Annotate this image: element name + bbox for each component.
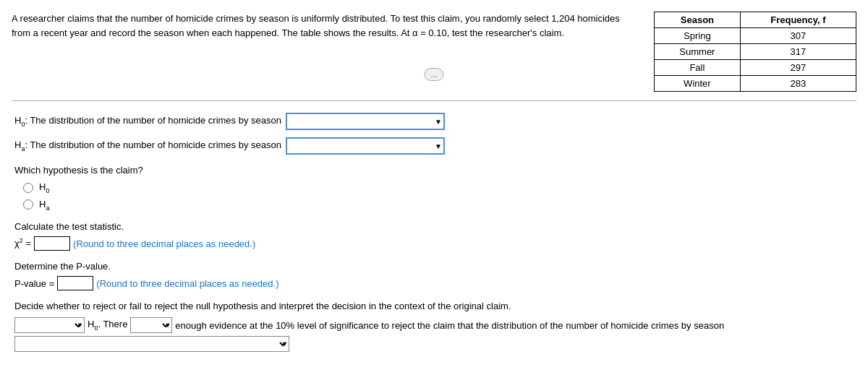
col1-header: Season bbox=[655, 12, 741, 28]
ha-dropdown[interactable]: is uniform is not uniform bbox=[286, 137, 445, 155]
col2-header: Frequency, f bbox=[740, 12, 856, 28]
pvalue-prefix: P-value = bbox=[14, 278, 54, 289]
final-select-wrapper[interactable]: is uniform is not uniform bbox=[14, 336, 289, 352]
pvalue-hint: (Round to three decimal places as needed… bbox=[96, 278, 278, 289]
h0-dropdown[interactable]: is uniform is not uniform bbox=[286, 113, 445, 130]
reject-dropdown[interactable]: Reject Fail to reject bbox=[14, 317, 85, 333]
h0-radio-input[interactable] bbox=[23, 183, 33, 193]
table-row: Fall297 bbox=[655, 60, 856, 76]
pvalue-input[interactable] bbox=[57, 276, 93, 290]
reject-select-wrapper[interactable]: Reject Fail to reject bbox=[14, 317, 85, 333]
chi-prefix: χ2 = bbox=[14, 237, 31, 249]
table-row: Winter283 bbox=[655, 76, 856, 92]
chi-row: χ2 = (Round to three decimal places as n… bbox=[14, 236, 854, 251]
season-cell: Winter bbox=[655, 76, 741, 92]
frequency-cell: 317 bbox=[740, 44, 856, 60]
expand-button[interactable]: ... bbox=[424, 68, 443, 81]
there-select-wrapper[interactable]: is is not bbox=[130, 317, 172, 333]
pvalue-row: P-value = (Round to three decimal places… bbox=[14, 276, 854, 290]
frequency-cell: 283 bbox=[740, 76, 856, 92]
h0-select-wrapper[interactable]: is uniform is not uniform bbox=[286, 113, 445, 130]
decide-label: Decide whether to reject or fail to reje… bbox=[14, 301, 854, 311]
problem-text: A researcher claims that the number of h… bbox=[12, 12, 637, 92]
ha-label: Ha: The distribution of the number of ho… bbox=[14, 139, 281, 152]
enough-text: enough evidence at the 10% level of sign… bbox=[175, 320, 724, 331]
decide-row: Reject Fail to reject H0. There is is no… bbox=[14, 317, 854, 352]
there-dropdown[interactable]: is is not bbox=[130, 317, 172, 333]
ha-select-wrapper[interactable]: is uniform is not uniform bbox=[286, 137, 445, 155]
pvalue-section-label: Determine the P-value. bbox=[14, 261, 854, 272]
h0-label: H0: The distribution of the number of ho… bbox=[14, 115, 281, 128]
table-row: Spring307 bbox=[655, 28, 856, 44]
decide-section: Decide whether to reject or fail to reje… bbox=[14, 301, 854, 352]
season-cell: Fall bbox=[655, 60, 741, 76]
data-table: Season Frequency, f Spring307Summer317Fa… bbox=[654, 12, 856, 92]
section-divider bbox=[12, 100, 856, 101]
radio-group: H0 Ha bbox=[23, 181, 854, 211]
final-dropdown[interactable]: is uniform is not uniform bbox=[14, 336, 289, 352]
season-cell: Spring bbox=[655, 28, 741, 44]
ha-radio-row: Ha bbox=[23, 199, 854, 212]
frequency-cell: 307 bbox=[740, 28, 856, 44]
calculate-label: Calculate the test statistic. bbox=[14, 221, 854, 232]
h0-radio-row: H0 bbox=[23, 181, 854, 194]
h0-there-text: H0. There bbox=[88, 319, 127, 332]
ha-row: Ha: The distribution of the number of ho… bbox=[14, 137, 854, 155]
h0-radio-label: H0 bbox=[39, 181, 49, 194]
h0-row: H0: The distribution of the number of ho… bbox=[14, 113, 854, 130]
season-cell: Summer bbox=[655, 44, 741, 60]
ha-radio-label: Ha bbox=[39, 199, 49, 212]
which-hypothesis-label: Which hypothesis is the claim? bbox=[14, 165, 854, 176]
table-row: Summer317 bbox=[655, 44, 856, 60]
chi-input[interactable] bbox=[34, 236, 70, 251]
ha-radio-input[interactable] bbox=[23, 199, 33, 210]
frequency-cell: 297 bbox=[740, 60, 856, 76]
chi-hint: (Round to three decimal places as needed… bbox=[73, 238, 255, 249]
main-content: H0: The distribution of the number of ho… bbox=[12, 113, 856, 352]
